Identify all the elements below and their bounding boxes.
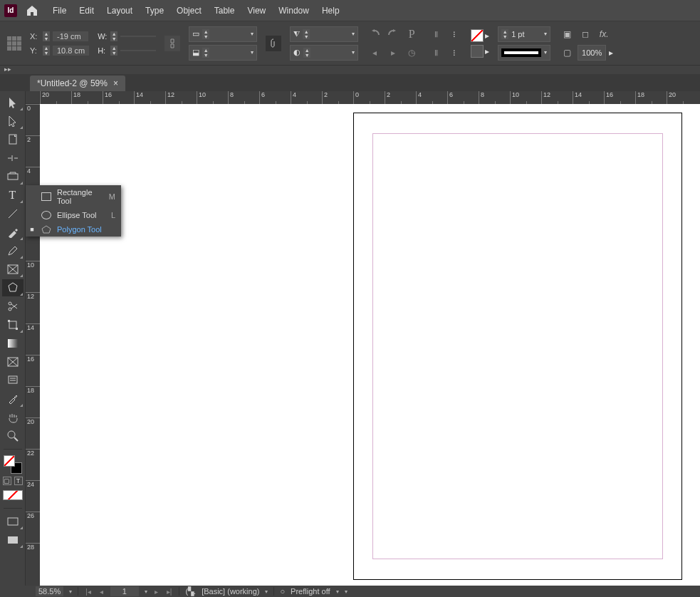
x-spinner[interactable]: ▲▼ bbox=[43, 31, 50, 41]
align-3-icon[interactable]: ⫴ bbox=[428, 45, 444, 61]
align-2-icon[interactable]: ⫶ bbox=[446, 26, 462, 42]
style-status[interactable]: [Basic] (working) bbox=[202, 587, 259, 596]
selection-tool[interactable] bbox=[2, 94, 23, 111]
align-1-icon[interactable]: ⫴ bbox=[428, 26, 444, 42]
last-page-icon[interactable]: ▸| bbox=[165, 588, 174, 596]
y-value[interactable]: 10.8 cm bbox=[53, 46, 89, 56]
h-spinner[interactable]: ▲▼ bbox=[110, 46, 117, 56]
document-tab[interactable]: *Untitled-2 @ 59% × bbox=[30, 76, 125, 91]
canvas[interactable]: 20 18 16 14 12 10 8 6 4 2 0 2 4 6 8 10 1… bbox=[26, 91, 700, 586]
open-bracket-icon[interactable]: (▚. bbox=[185, 587, 196, 596]
zoom-dropdown-icon[interactable]: ▾ bbox=[69, 588, 72, 595]
fit-icon[interactable]: ◻ bbox=[578, 26, 593, 42]
menu-edit[interactable]: Edit bbox=[79, 6, 94, 16]
gradient-swatch-tool[interactable] bbox=[2, 335, 23, 352]
flyout-ellipse-tool[interactable]: Ellipse Tool L bbox=[26, 208, 121, 222]
page-tool[interactable] bbox=[2, 131, 23, 148]
menu-layout[interactable]: Layout bbox=[107, 6, 132, 16]
gradient-feather-tool[interactable] bbox=[2, 353, 23, 370]
next-icon[interactable]: ▸ bbox=[385, 45, 401, 61]
fitting-v-combo[interactable]: ⬓ ▲▼ ▾ bbox=[189, 45, 257, 61]
menu-table[interactable]: Table bbox=[214, 6, 235, 16]
pencil-tool[interactable] bbox=[2, 242, 23, 259]
rectangle-frame-tool[interactable] bbox=[2, 261, 23, 278]
menu-type[interactable]: Type bbox=[145, 6, 164, 16]
ruler-origin[interactable] bbox=[26, 91, 40, 104]
preflight-status[interactable]: Preflight off bbox=[291, 587, 330, 596]
ruler-vertical[interactable]: 0 2 4 6 8 10 12 14 16 18 20 22 24 26 28 bbox=[26, 104, 40, 586]
stroke-dropdown-icon[interactable]: ▸ bbox=[485, 46, 489, 56]
zoom-tool[interactable] bbox=[2, 427, 23, 445]
reference-point-grid[interactable] bbox=[7, 36, 21, 51]
container-text-toggle[interactable]: ▢ T bbox=[1, 477, 24, 485]
text-toggle-icon[interactable]: T bbox=[14, 477, 23, 485]
opacity-dropdown-icon[interactable]: ▸ bbox=[609, 48, 613, 58]
view-mode[interactable] bbox=[2, 513, 23, 530]
direct-selection-tool[interactable] bbox=[2, 113, 23, 130]
constrain-link-icon[interactable] bbox=[164, 36, 180, 51]
menu-help[interactable]: Help bbox=[322, 6, 340, 16]
redo-icon[interactable] bbox=[385, 26, 401, 42]
menu-view[interactable]: View bbox=[247, 6, 266, 16]
apply-none[interactable] bbox=[2, 487, 23, 504]
panel-expand-handle[interactable]: ▸▸ bbox=[0, 66, 700, 74]
rotate-combo[interactable]: ◐ ▲▼ ▾ bbox=[290, 45, 358, 61]
style-dropdown-icon[interactable]: ▾ bbox=[265, 588, 268, 595]
w-spinner[interactable]: ▲▼ bbox=[110, 31, 117, 41]
stroke-swatch[interactable] bbox=[471, 45, 484, 58]
screen-mode[interactable] bbox=[2, 531, 23, 549]
fx-icon[interactable]: fx. bbox=[596, 26, 612, 42]
opacity-value[interactable]: 100% bbox=[578, 45, 606, 61]
note-tool[interactable] bbox=[2, 372, 23, 389]
align-4-icon[interactable]: ⫶ bbox=[446, 45, 462, 61]
shape-tool[interactable] bbox=[2, 279, 23, 296]
hand-tool[interactable] bbox=[2, 409, 23, 426]
close-icon[interactable]: × bbox=[113, 78, 118, 88]
menu-window[interactable]: Window bbox=[278, 6, 309, 16]
eyedropper-tool[interactable] bbox=[2, 390, 23, 407]
container-icon[interactable]: ▢ bbox=[559, 45, 575, 61]
menu-object[interactable]: Object bbox=[177, 6, 202, 16]
ruler-horizontal[interactable]: 20 18 16 14 12 10 8 6 4 2 0 2 4 6 8 10 1… bbox=[40, 91, 700, 104]
h-value[interactable] bbox=[120, 50, 156, 51]
pasteboard[interactable] bbox=[40, 104, 700, 586]
flyout-rectangle-tool[interactable]: Rectangle Tool M bbox=[26, 185, 121, 208]
scissors-tool[interactable] bbox=[2, 298, 23, 315]
crop-icon[interactable]: ▣ bbox=[559, 26, 575, 42]
stroke-style-combo[interactable]: ▾ bbox=[498, 45, 550, 61]
menu-file[interactable]: File bbox=[53, 6, 66, 16]
w-value[interactable] bbox=[120, 36, 156, 37]
container-toggle-icon[interactable]: ▢ bbox=[3, 477, 11, 485]
y-spinner[interactable]: ▲▼ bbox=[43, 46, 50, 56]
flyout-polygon-tool[interactable]: ■ Polygon Tool bbox=[26, 222, 121, 237]
prev-icon[interactable]: ◂ bbox=[367, 45, 382, 61]
page-dropdown-icon[interactable]: ▾ bbox=[145, 588, 147, 595]
home-icon[interactable] bbox=[26, 5, 38, 16]
first-page-icon[interactable]: |◂ bbox=[84, 588, 93, 596]
clock-icon[interactable]: ◷ bbox=[404, 45, 419, 61]
prev-page-icon[interactable]: ◂ bbox=[98, 588, 105, 596]
stroke-weight-combo[interactable]: ▲▼ 1 pt ▾ bbox=[498, 26, 550, 42]
transform-tool[interactable] bbox=[2, 316, 23, 333]
fitting-h-combo[interactable]: ▭ ▲▼ ▾ bbox=[189, 26, 257, 42]
zoom-field[interactable]: 58.5% bbox=[36, 586, 63, 596]
gap-tool[interactable] bbox=[2, 150, 23, 167]
undo-icon[interactable] bbox=[367, 26, 382, 42]
next-page-icon[interactable]: ▸ bbox=[153, 588, 160, 596]
page[interactable] bbox=[353, 113, 682, 580]
fill-dropdown-icon[interactable]: ▸ bbox=[485, 31, 489, 41]
pen-tool[interactable] bbox=[2, 224, 23, 241]
fill-color-swatch[interactable] bbox=[4, 455, 15, 467]
x-value[interactable]: -19 cm bbox=[53, 31, 88, 41]
fill-swatch[interactable] bbox=[471, 29, 484, 42]
shear-combo[interactable]: ⧨ ▲▼ ▾ bbox=[290, 26, 358, 42]
status-menu-icon[interactable]: ▾ bbox=[345, 588, 348, 595]
attachment-icon[interactable] bbox=[266, 36, 281, 51]
fill-stroke-swatches[interactable] bbox=[2, 454, 23, 475]
preflight-dropdown-icon[interactable]: ▾ bbox=[336, 588, 339, 595]
p-icon[interactable]: P bbox=[404, 26, 419, 42]
line-tool[interactable] bbox=[2, 205, 23, 222]
type-tool[interactable]: T bbox=[2, 187, 23, 204]
page-field[interactable]: 1 bbox=[110, 586, 139, 596]
content-collector-tool[interactable] bbox=[2, 168, 23, 185]
